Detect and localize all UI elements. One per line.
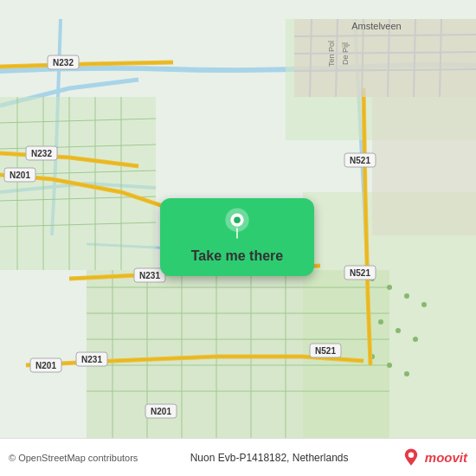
svg-point-74 [408,452,414,457]
svg-point-31 [396,328,401,333]
svg-text:N201: N201 [151,407,171,416]
osm-credit: © OpenStreetMap contributors [9,453,138,463]
svg-text:N232: N232 [53,58,74,68]
svg-text:De Pijl: De Pijl [341,42,350,65]
svg-point-29 [421,302,427,307]
svg-text:N521: N521 [315,346,336,356]
map-container: N232 N232 N201 N231 N521 N521 N521 N201 … [0,0,476,476]
moovit-text: moovit [425,450,467,465]
location-name: Nuon Evb-P1418182, Netherlands [190,452,349,464]
button-label: Take me there [191,248,283,264]
svg-text:N232: N232 [31,149,52,158]
svg-point-27 [387,285,392,290]
svg-point-35 [404,371,409,376]
svg-point-32 [413,337,418,342]
svg-text:N521: N521 [350,268,370,278]
svg-text:N231: N231 [81,355,102,364]
svg-point-30 [378,319,383,325]
svg-text:N201: N201 [35,361,56,370]
svg-text:Ten Pol: Ten Pol [327,41,336,67]
moovit-logo: moovit [401,447,467,468]
svg-rect-46 [372,97,476,235]
svg-point-34 [387,363,392,368]
svg-point-28 [404,293,409,299]
svg-text:N231: N231 [139,271,160,280]
bottom-bar: © OpenStreetMap contributors Nuon Evb-P1… [0,438,476,476]
svg-text:N521: N521 [350,156,370,165]
take-me-there-button[interactable]: Take me there [160,198,314,276]
location-pin-icon [221,207,254,240]
svg-text:Amstelveen: Amstelveen [351,21,401,31]
moovit-logo-icon [401,447,421,468]
svg-text:N201: N201 [10,170,30,180]
svg-point-73 [234,216,241,223]
